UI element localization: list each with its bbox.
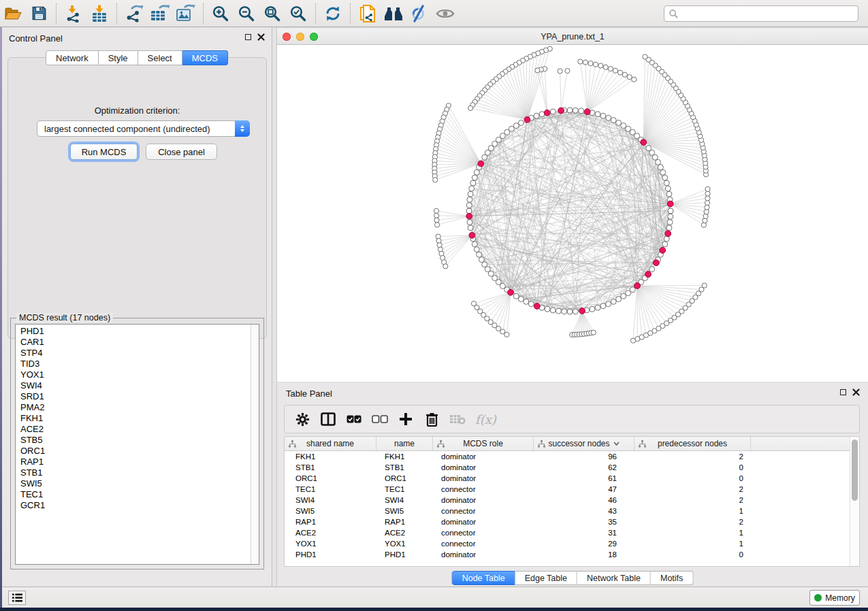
mcds-result-item[interactable]: ORC1	[16, 446, 251, 457]
float-panel-icon[interactable]	[840, 389, 846, 395]
select-all-icon[interactable]	[346, 410, 362, 429]
application-window: Control Panel NetworkStyleSelectMCDS Opt…	[0, 0, 868, 608]
tab-style[interactable]: Style	[99, 50, 138, 65]
table-options-icon[interactable]	[294, 410, 310, 429]
search-network-icon[interactable]	[381, 2, 406, 25]
table-row[interactable]: RAP1RAP1dominator352	[285, 516, 850, 527]
mcds-result-list: PHD1CAR1STP4TID3YOX1SWI4SRD1PMA2FKH1ACE2…	[16, 325, 251, 564]
task-history-button[interactable]	[8, 591, 26, 605]
scrollbar-thumb[interactable]	[852, 440, 858, 501]
tab-mcds[interactable]: MCDS	[182, 50, 228, 65]
tab-node-table[interactable]: Node Table	[452, 571, 515, 585]
import-table-icon[interactable]	[86, 2, 112, 25]
tab-network[interactable]: Network	[46, 50, 99, 65]
function-builder-icon[interactable]: f(x)	[475, 410, 496, 429]
show-hide-eye-icon[interactable]	[432, 2, 458, 25]
cell-name: ACE2	[376, 529, 433, 537]
column-header-MCDS-role[interactable]: MCDS role	[433, 437, 534, 450]
tab-network-table[interactable]: Network Table	[577, 571, 651, 585]
cell-shared_name: TEC1	[285, 485, 376, 493]
tab-edge-table[interactable]: Edge Table	[515, 571, 577, 585]
tab-select[interactable]: Select	[138, 50, 182, 65]
mcds-result-item[interactable]: PMA2	[16, 402, 251, 413]
cell-predecessor_nodes: 1	[634, 540, 751, 548]
delete-column-icon[interactable]	[423, 410, 440, 429]
save-session-icon[interactable]	[26, 2, 52, 25]
mcds-result-item[interactable]: RAP1	[16, 457, 251, 467]
export-table-icon[interactable]	[147, 2, 173, 25]
table-row[interactable]: FKH1FKH1dominator962	[285, 451, 850, 462]
mcds-result-item[interactable]: STB1	[16, 467, 251, 478]
table-row[interactable]: TEC1TEC1connector472	[285, 484, 850, 495]
panel-splitter[interactable]	[272, 27, 277, 587]
network-graph	[277, 45, 868, 382]
copy-network-icon[interactable]	[355, 2, 381, 25]
search-input[interactable]	[679, 7, 858, 20]
open-file-icon[interactable]	[0, 2, 26, 25]
memory-button[interactable]: Memory	[809, 590, 860, 606]
cell-name: FKH1	[376, 452, 433, 461]
network-search-field[interactable]	[664, 5, 858, 22]
control-panel-tabbar: NetworkStyleSelectMCDS	[46, 50, 228, 65]
show-columns-icon[interactable]	[320, 410, 336, 429]
zoom-fit-icon[interactable]	[259, 2, 285, 25]
cell-mcds_role: connector	[433, 540, 534, 548]
table-row[interactable]: SWI5SWI5connector431	[285, 506, 850, 516]
column-header-name[interactable]: name	[376, 437, 433, 450]
zoom-selected-icon[interactable]	[285, 2, 311, 25]
table-row[interactable]: PHD1PHD1dominator180	[285, 549, 850, 560]
mcds-result-item[interactable]: TEC1	[16, 489, 251, 500]
criterion-dropdown[interactable]: largest connected component (undirected)	[37, 120, 250, 137]
column-header-predecessor-nodes[interactable]: predecessor nodes	[634, 437, 751, 450]
delete-table-icon[interactable]	[449, 410, 466, 429]
mcds-result-item[interactable]: TID3	[16, 359, 251, 369]
zoom-out-icon[interactable]	[234, 2, 259, 25]
cell-name: SWI4	[376, 496, 433, 504]
import-network-icon[interactable]	[61, 2, 86, 25]
close-panel-icon[interactable]	[257, 33, 265, 41]
deselect-all-icon[interactable]	[372, 410, 388, 429]
mcds-result-item[interactable]: FKH1	[16, 413, 251, 424]
network-window-titlebar[interactable]: YPA_prune.txt_1	[277, 29, 868, 45]
mcds-result-item[interactable]: GCR1	[16, 500, 251, 511]
close-panel-button[interactable]: Close panel	[146, 144, 217, 160]
mcds-result-item[interactable]: SRD1	[16, 391, 251, 402]
mcds-result-item[interactable]: ACE2	[16, 424, 251, 435]
cell-mcds_role: connector	[433, 485, 534, 493]
table-row[interactable]: ACE2ACE2connector311	[285, 527, 850, 538]
column-header-successor-nodes[interactable]: successor nodes	[534, 437, 634, 450]
column-header-shared-name[interactable]: shared name	[285, 437, 376, 450]
export-network-icon[interactable]	[121, 2, 147, 25]
mcds-result-item[interactable]: STP4	[16, 348, 251, 359]
add-column-icon[interactable]	[398, 410, 414, 429]
mcds-list-scrollbar[interactable]	[251, 325, 259, 564]
mcds-result-item[interactable]: SWI5	[16, 478, 251, 489]
mcds-result-item[interactable]: CAR1	[16, 337, 251, 348]
cell-name: RAP1	[376, 518, 433, 526]
close-panel-icon[interactable]	[852, 389, 860, 396]
cell-shared_name: ORC1	[285, 474, 376, 482]
control-panel-title: Control Panel	[9, 33, 63, 44]
table-row[interactable]: SWI4SWI4dominator462	[285, 495, 850, 506]
table-row[interactable]: YOX1YOX1connector291	[285, 538, 850, 549]
table-row[interactable]: STB1STB1dominator620	[285, 462, 850, 473]
run-mcds-button[interactable]: Run MCDS	[70, 144, 138, 160]
export-image-icon[interactable]	[173, 2, 199, 25]
show-hide-vizmapper-icon[interactable]	[406, 2, 432, 25]
table-row[interactable]: ORC1ORC1dominator610	[285, 473, 850, 484]
table-panel-title: Table Panel	[286, 389, 332, 399]
mcds-result-item[interactable]: STB5	[16, 435, 251, 446]
zoom-in-icon[interactable]	[208, 2, 234, 25]
network-canvas[interactable]	[277, 45, 868, 382]
refresh-view-icon[interactable]	[320, 2, 346, 25]
mcds-result-item[interactable]: YOX1	[16, 369, 251, 380]
mcds-result-item[interactable]: PHD1	[16, 326, 251, 337]
cell-shared_name: PHD1	[285, 550, 376, 559]
main-toolbar	[0, 0, 868, 27]
mcds-result-item[interactable]: SWI4	[16, 380, 251, 391]
cell-predecessor_nodes: 2	[634, 496, 751, 504]
tab-motifs[interactable]: Motifs	[651, 571, 693, 585]
float-panel-icon[interactable]	[245, 34, 251, 40]
table-vertical-scrollbar[interactable]	[850, 437, 859, 566]
cell-shared_name: SWI4	[285, 496, 376, 504]
